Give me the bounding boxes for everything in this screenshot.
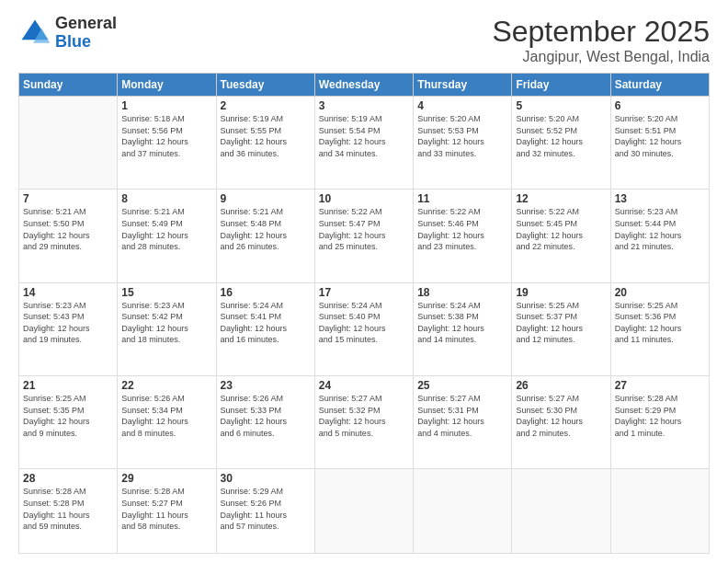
day-number: 26 xyxy=(516,379,606,392)
calendar-day-cell: 3Sunrise: 5:19 AMSunset: 5:54 PMDaylight… xyxy=(314,97,413,190)
day-number: 12 xyxy=(516,192,606,205)
calendar-day-cell: 7Sunrise: 5:21 AMSunset: 5:50 PMDaylight… xyxy=(19,190,118,282)
day-number: 17 xyxy=(319,286,409,299)
calendar-day-header: Tuesday xyxy=(216,74,314,97)
calendar-day-cell: 18Sunrise: 5:24 AMSunset: 5:38 PMDayligh… xyxy=(414,282,512,375)
logo: General Blue xyxy=(18,15,117,52)
day-info: Sunrise: 5:27 AMSunset: 5:32 PMDaylight:… xyxy=(319,393,409,439)
calendar-day-cell: 22Sunrise: 5:26 AMSunset: 5:34 PMDayligh… xyxy=(118,375,216,468)
calendar-day-cell: 27Sunrise: 5:28 AMSunset: 5:29 PMDayligh… xyxy=(610,375,709,468)
day-number: 27 xyxy=(615,379,705,392)
day-info: Sunrise: 5:19 AMSunset: 5:55 PMDaylight:… xyxy=(221,113,311,159)
day-number: 10 xyxy=(319,192,409,205)
calendar-day-cell: 10Sunrise: 5:22 AMSunset: 5:47 PMDayligh… xyxy=(314,190,413,282)
calendar-day-header: Monday xyxy=(118,74,216,97)
day-info: Sunrise: 5:20 AMSunset: 5:53 PMDaylight:… xyxy=(417,113,507,159)
day-number: 6 xyxy=(615,99,705,112)
day-number: 29 xyxy=(121,472,211,485)
logo-general: General xyxy=(55,14,117,32)
day-number: 16 xyxy=(221,286,311,299)
day-number: 28 xyxy=(23,472,113,485)
calendar-day-header: Thursday xyxy=(414,74,512,97)
day-info: Sunrise: 5:27 AMSunset: 5:31 PMDaylight:… xyxy=(417,393,507,439)
calendar-day-header: Friday xyxy=(512,74,610,97)
calendar-header-row: SundayMondayTuesdayWednesdayThursdayFrid… xyxy=(19,74,710,97)
day-info: Sunrise: 5:18 AMSunset: 5:56 PMDaylight:… xyxy=(121,113,211,159)
calendar-table: SundayMondayTuesdayWednesdayThursdayFrid… xyxy=(18,73,710,554)
day-number: 3 xyxy=(319,99,409,112)
day-number: 8 xyxy=(121,192,211,205)
day-info: Sunrise: 5:22 AMSunset: 5:46 PMDaylight:… xyxy=(417,206,507,252)
day-number: 7 xyxy=(23,192,113,205)
location-title: Jangipur, West Bengal, India xyxy=(492,49,710,65)
day-number: 22 xyxy=(121,379,211,392)
calendar-day-cell xyxy=(512,469,610,554)
calendar-day-cell: 2Sunrise: 5:19 AMSunset: 5:55 PMDaylight… xyxy=(216,97,314,190)
day-info: Sunrise: 5:29 AMSunset: 5:26 PMDaylight:… xyxy=(221,486,311,532)
month-title: September 2025 xyxy=(492,15,710,49)
day-number: 13 xyxy=(615,192,705,205)
calendar-week-row: 28Sunrise: 5:28 AMSunset: 5:28 PMDayligh… xyxy=(19,469,710,554)
calendar-day-cell: 4Sunrise: 5:20 AMSunset: 5:53 PMDaylight… xyxy=(414,97,512,190)
day-info: Sunrise: 5:28 AMSunset: 5:27 PMDaylight:… xyxy=(121,486,211,532)
title-block: September 2025 Jangipur, West Bengal, In… xyxy=(492,15,710,65)
day-info: Sunrise: 5:24 AMSunset: 5:41 PMDaylight:… xyxy=(221,300,311,346)
page: General Blue September 2025 Jangipur, We… xyxy=(0,0,728,563)
calendar-day-cell: 17Sunrise: 5:24 AMSunset: 5:40 PMDayligh… xyxy=(314,282,413,375)
day-info: Sunrise: 5:26 AMSunset: 5:33 PMDaylight:… xyxy=(221,393,311,439)
calendar-day-cell: 21Sunrise: 5:25 AMSunset: 5:35 PMDayligh… xyxy=(19,375,118,468)
day-info: Sunrise: 5:22 AMSunset: 5:45 PMDaylight:… xyxy=(516,206,606,252)
day-number: 20 xyxy=(615,286,705,299)
day-info: Sunrise: 5:25 AMSunset: 5:37 PMDaylight:… xyxy=(516,300,606,346)
day-info: Sunrise: 5:23 AMSunset: 5:42 PMDaylight:… xyxy=(121,300,211,346)
day-info: Sunrise: 5:26 AMSunset: 5:34 PMDaylight:… xyxy=(121,393,211,439)
calendar-day-cell: 30Sunrise: 5:29 AMSunset: 5:26 PMDayligh… xyxy=(216,469,314,554)
day-number: 4 xyxy=(417,99,507,112)
calendar-day-cell: 1Sunrise: 5:18 AMSunset: 5:56 PMDaylight… xyxy=(118,97,216,190)
calendar-week-row: 7Sunrise: 5:21 AMSunset: 5:50 PMDaylight… xyxy=(19,190,710,282)
day-info: Sunrise: 5:25 AMSunset: 5:35 PMDaylight:… xyxy=(23,393,113,439)
day-info: Sunrise: 5:22 AMSunset: 5:47 PMDaylight:… xyxy=(319,206,409,252)
calendar-day-cell xyxy=(314,469,413,554)
calendar-day-header: Wednesday xyxy=(314,74,413,97)
calendar-day-cell: 23Sunrise: 5:26 AMSunset: 5:33 PMDayligh… xyxy=(216,375,314,468)
day-number: 5 xyxy=(516,99,606,112)
day-number: 19 xyxy=(516,286,606,299)
calendar-week-row: 21Sunrise: 5:25 AMSunset: 5:35 PMDayligh… xyxy=(19,375,710,468)
calendar-day-cell: 5Sunrise: 5:20 AMSunset: 5:52 PMDaylight… xyxy=(512,97,610,190)
calendar-day-cell: 16Sunrise: 5:24 AMSunset: 5:41 PMDayligh… xyxy=(216,282,314,375)
calendar-day-cell: 15Sunrise: 5:23 AMSunset: 5:42 PMDayligh… xyxy=(118,282,216,375)
calendar-day-cell xyxy=(610,469,709,554)
day-info: Sunrise: 5:21 AMSunset: 5:48 PMDaylight:… xyxy=(221,206,311,252)
calendar-day-cell: 11Sunrise: 5:22 AMSunset: 5:46 PMDayligh… xyxy=(414,190,512,282)
day-number: 30 xyxy=(221,472,311,485)
header: General Blue September 2025 Jangipur, We… xyxy=(18,15,710,65)
calendar-day-cell xyxy=(414,469,512,554)
logo-icon xyxy=(18,17,51,50)
calendar-day-header: Saturday xyxy=(610,74,709,97)
day-info: Sunrise: 5:28 AMSunset: 5:29 PMDaylight:… xyxy=(615,393,705,439)
calendar-day-cell: 29Sunrise: 5:28 AMSunset: 5:27 PMDayligh… xyxy=(118,469,216,554)
day-info: Sunrise: 5:23 AMSunset: 5:43 PMDaylight:… xyxy=(23,300,113,346)
calendar-week-row: 14Sunrise: 5:23 AMSunset: 5:43 PMDayligh… xyxy=(19,282,710,375)
day-info: Sunrise: 5:24 AMSunset: 5:40 PMDaylight:… xyxy=(319,300,409,346)
day-info: Sunrise: 5:21 AMSunset: 5:50 PMDaylight:… xyxy=(23,206,113,252)
day-number: 11 xyxy=(417,192,507,205)
day-number: 23 xyxy=(221,379,311,392)
calendar-day-cell: 20Sunrise: 5:25 AMSunset: 5:36 PMDayligh… xyxy=(610,282,709,375)
day-info: Sunrise: 5:24 AMSunset: 5:38 PMDaylight:… xyxy=(417,300,507,346)
calendar-day-cell: 19Sunrise: 5:25 AMSunset: 5:37 PMDayligh… xyxy=(512,282,610,375)
calendar-day-cell: 8Sunrise: 5:21 AMSunset: 5:49 PMDaylight… xyxy=(118,190,216,282)
calendar-day-cell: 28Sunrise: 5:28 AMSunset: 5:28 PMDayligh… xyxy=(19,469,118,554)
day-number: 15 xyxy=(121,286,211,299)
logo-blue: Blue xyxy=(55,32,91,51)
calendar-day-cell: 25Sunrise: 5:27 AMSunset: 5:31 PMDayligh… xyxy=(414,375,512,468)
day-number: 24 xyxy=(319,379,409,392)
calendar-day-header: Sunday xyxy=(19,74,118,97)
day-number: 25 xyxy=(417,379,507,392)
day-number: 1 xyxy=(121,99,211,112)
day-info: Sunrise: 5:19 AMSunset: 5:54 PMDaylight:… xyxy=(319,113,409,159)
calendar-day-cell: 9Sunrise: 5:21 AMSunset: 5:48 PMDaylight… xyxy=(216,190,314,282)
day-info: Sunrise: 5:20 AMSunset: 5:52 PMDaylight:… xyxy=(516,113,606,159)
day-info: Sunrise: 5:23 AMSunset: 5:44 PMDaylight:… xyxy=(615,206,705,252)
